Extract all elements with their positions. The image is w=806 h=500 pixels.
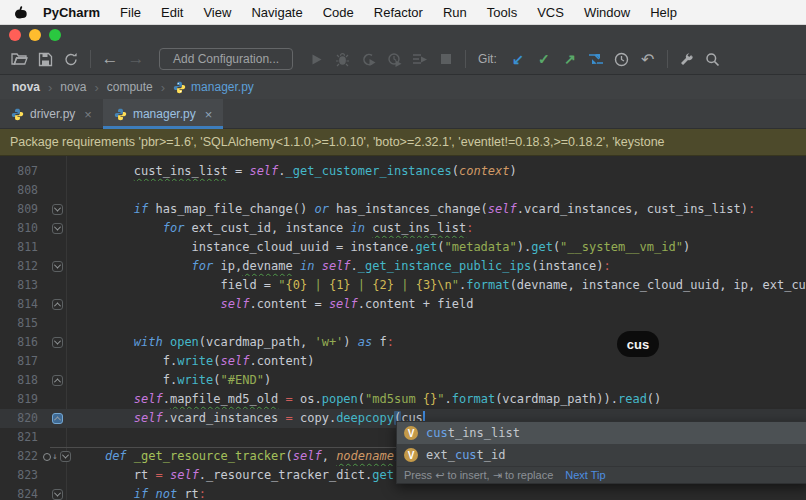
code-line-816[interactable]: 816 with open(vcardmap_path, 'w+') as f: <box>0 333 806 352</box>
fold-marker-icon[interactable] <box>52 489 63 500</box>
git-label: Git: <box>478 52 497 66</box>
breadcrumb-item-module[interactable]: compute <box>107 80 153 94</box>
fold-marker-icon[interactable] <box>60 451 71 462</box>
zoom-window-button[interactable] <box>49 29 61 41</box>
run-with-coverage-icon[interactable] <box>355 48 381 70</box>
close-tab-icon[interactable]: × <box>205 107 213 122</box>
concurrency-diagram-icon[interactable] <box>407 48 433 70</box>
code-line-818[interactable]: 818 f.write("#END") <box>0 371 806 390</box>
close-window-button[interactable] <box>9 29 21 41</box>
line-number: 820 <box>0 409 38 428</box>
fold-marker-icon[interactable] <box>52 413 63 424</box>
completion-item[interactable]: Vcust_ins_list <box>397 422 806 444</box>
line-number: 809 <box>0 200 38 219</box>
menu-item-edit[interactable]: Edit <box>151 5 193 20</box>
menu-item-pycharm[interactable]: PyCharm <box>33 5 110 20</box>
breadcrumb-separator: › <box>48 80 52 95</box>
add-configuration-button[interactable]: Add Configuration... <box>159 48 293 70</box>
completion-popup: Vcust_ins_listVext_cust_id Press ↩ to in… <box>396 421 806 484</box>
line-number: 824 <box>0 485 38 500</box>
breadcrumb-item-file[interactable]: manager.py <box>173 80 254 94</box>
code-text: self.content = self.content + field <box>76 295 806 314</box>
next-tip-link[interactable]: Next Tip <box>565 469 605 481</box>
code-line-812[interactable]: 812 for ip,devname in self._get_instance… <box>0 257 806 276</box>
line-number: 813 <box>0 276 38 295</box>
code-line-807[interactable]: 807 cust_ins_list = self._get_customer_i… <box>0 162 806 181</box>
save-all-icon[interactable] <box>32 48 58 70</box>
overridden-method-icon[interactable]: ↓ <box>43 452 57 461</box>
code-editor[interactable]: 807 cust_ins_list = self._get_customer_i… <box>0 156 806 500</box>
git-commit-icon[interactable]: ✓ <box>531 48 557 70</box>
menu-item-run[interactable]: Run <box>433 5 477 20</box>
completion-item[interactable]: Vext_cust_id <box>397 444 806 466</box>
window-titlebar <box>0 25 806 44</box>
code-line-808[interactable]: 808 <box>0 181 806 200</box>
git-push-icon[interactable]: ↗ <box>557 48 583 70</box>
run-icon[interactable] <box>303 48 329 70</box>
code-text: cust_ins_list = self._get_customer_insta… <box>76 162 806 181</box>
line-number: 811 <box>0 238 38 257</box>
fold-marker-icon[interactable] <box>52 375 63 386</box>
search-everywhere-icon[interactable] <box>700 48 726 70</box>
line-number: 814 <box>0 295 38 314</box>
breadcrumb-separator: › <box>161 80 165 95</box>
code-line-814[interactable]: 814 self.content = self.content + field <box>0 295 806 314</box>
code-line-811[interactable]: 811 instance_cloud_uuid = instance.get("… <box>0 238 806 257</box>
apple-icon[interactable] <box>14 5 27 20</box>
forward-icon[interactable]: → <box>123 48 149 70</box>
toolbar-separator <box>90 50 91 68</box>
code-line-819[interactable]: 819 self.mapfile_md5_old = os.popen("md5… <box>0 390 806 409</box>
profile-icon[interactable] <box>381 48 407 70</box>
code-line-817[interactable]: 817 f.write(self.content) <box>0 352 806 371</box>
line-number: 808 <box>0 181 38 200</box>
menu-item-help[interactable]: Help <box>640 5 687 20</box>
git-update-icon[interactable]: ↙ <box>505 48 531 70</box>
line-number: 819 <box>0 390 38 409</box>
line-number: 816 <box>0 333 38 352</box>
line-number: 812 <box>0 257 38 276</box>
rollback-icon[interactable]: ↶ <box>635 48 661 70</box>
back-icon[interactable]: ← <box>97 48 123 70</box>
code-text: field = "{0} | {1} | {2} | {3}\n".format… <box>76 276 806 295</box>
wrench-icon[interactable] <box>674 48 700 70</box>
variable-icon: V <box>404 426 418 440</box>
menu-item-tools[interactable]: Tools <box>477 5 527 20</box>
tab-driver-py[interactable]: driver.py × <box>0 99 103 129</box>
code-line-810[interactable]: 810 for ext_cust_id, instance in cust_in… <box>0 219 806 238</box>
menu-item-navigate[interactable]: Navigate <box>241 5 312 20</box>
menu-item-window[interactable]: Window <box>574 5 640 20</box>
open-folder-icon[interactable] <box>6 48 32 70</box>
typed-text-overlay: cus <box>617 331 659 357</box>
menu-item-code[interactable]: Code <box>313 5 364 20</box>
code-text: with open(vcardmap_path, 'w+') as f: <box>76 333 806 352</box>
tab-manager-py[interactable]: manager.py × <box>103 99 223 129</box>
menu-item-vcs[interactable]: VCS <box>527 5 574 20</box>
synchronize-icon[interactable] <box>58 48 84 70</box>
completion-hint: Press ↩ to insert, ⇥ to replace Next Tip <box>397 466 806 483</box>
code-text: instance_cloud_uuid = instance.get("meta… <box>76 238 806 257</box>
git-merge-icon[interactable] <box>583 48 609 70</box>
history-icon[interactable] <box>609 48 635 70</box>
close-tab-icon[interactable]: × <box>84 107 92 122</box>
code-text: for ip,devname in self._get_instance_pub… <box>76 257 806 276</box>
menu-item-view[interactable]: View <box>193 5 241 20</box>
menu-item-file[interactable]: File <box>110 5 151 20</box>
fold-marker-icon[interactable] <box>52 261 63 272</box>
code-line-813[interactable]: 813 field = "{0} | {1} | {2} | {3}\n".fo… <box>0 276 806 295</box>
debug-icon[interactable] <box>329 48 355 70</box>
stop-icon[interactable] <box>433 48 459 70</box>
breadcrumb-item-project[interactable]: nova <box>12 80 40 94</box>
fold-marker-icon[interactable] <box>52 299 63 310</box>
minimize-window-button[interactable] <box>29 29 41 41</box>
fold-marker-icon[interactable] <box>52 223 63 234</box>
fold-marker-icon[interactable] <box>52 337 63 348</box>
breadcrumb: nova › nova › compute › manager.py <box>0 75 806 99</box>
code-line-815[interactable]: 815 <box>0 314 806 333</box>
python-icon <box>114 108 127 121</box>
python-icon <box>11 108 24 121</box>
breadcrumb-item-package[interactable]: nova <box>60 80 86 94</box>
fold-marker-icon[interactable] <box>52 204 63 215</box>
code-line-809[interactable]: 809 if has_map_file_change() or has_inst… <box>0 200 806 219</box>
menu-item-refactor[interactable]: Refactor <box>364 5 433 20</box>
code-line-824[interactable]: 824 if not rt: <box>0 485 806 500</box>
